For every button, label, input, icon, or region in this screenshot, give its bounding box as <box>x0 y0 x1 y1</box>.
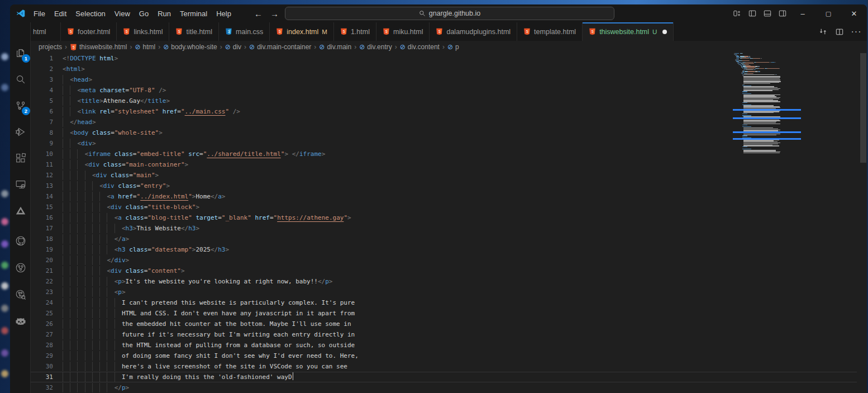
breadcrumb-label: div.content <box>408 43 440 51</box>
code-line-8[interactable]: 8 <body class="whole-site"> <box>31 127 857 138</box>
indent-guide <box>92 372 93 382</box>
code-line-5[interactable]: 5 <title>Athene.Gay</title> <box>31 96 857 106</box>
code-line-13[interactable]: 13 <div class="entry"> <box>31 181 857 191</box>
code-line-14[interactable]: 14 <a href="../index.html">Home</a> <box>31 191 857 202</box>
indent-guide <box>92 213 93 222</box>
toggle-primary-sidebar-icon[interactable] <box>745 4 760 22</box>
menu-terminal[interactable]: Terminal <box>175 7 212 20</box>
code-line-6[interactable]: 6 <link rel="stylesheet" href="../main.c… <box>31 106 857 117</box>
breadcrumb-separator: › <box>130 43 132 51</box>
breadcrumb-item-div-entry[interactable]: ⊘div.entry <box>359 43 392 51</box>
breadcrumb-item-div[interactable]: ⊘div <box>225 43 241 51</box>
close-button[interactable]: ✕ <box>841 4 867 22</box>
activity-git-graph-icon[interactable] <box>13 261 28 275</box>
breadcrumb-item-div-main-container[interactable]: ⊘div.main-container <box>249 43 311 51</box>
indent-guide <box>92 298 93 307</box>
tab-footer-html[interactable]: 5footer.html <box>61 22 117 41</box>
indent-guide <box>92 266 93 276</box>
menu-view[interactable]: View <box>110 7 135 20</box>
code-line-17[interactable]: 17 <h3>This Website</h3> <box>31 223 857 234</box>
command-center-search[interactable]: gnargle.github.io <box>285 7 614 20</box>
code-line-31[interactable]: 31 I'm really doing this the 'old-fashio… <box>31 372 857 382</box>
tab-main-css[interactable]: 3main.css <box>219 22 270 41</box>
code-line-16[interactable]: 16 <a class="blog-title" target="_blank"… <box>31 212 857 223</box>
code-line-2[interactable]: 2<html> <box>31 64 857 74</box>
code-line-30[interactable]: 30 here's a live screenshot of the site … <box>31 361 857 372</box>
code-line-22[interactable]: 22 <p>It's the website you're looking at… <box>31 276 857 287</box>
activity-run-debug-icon[interactable] <box>13 125 28 139</box>
code-line-20[interactable]: 20 </div> <box>31 255 857 266</box>
code-line-27[interactable]: 27 future if it's necessary but I'm writ… <box>31 329 857 340</box>
menu-go[interactable]: Go <box>135 7 153 20</box>
indent-guide <box>77 372 78 382</box>
breadcrumb-item-thiswebsite-html[interactable]: 5thiswebsite.html <box>70 43 127 51</box>
indent-guide <box>99 224 100 233</box>
activity-triangle-extension-icon[interactable] <box>13 203 28 218</box>
code-line-3[interactable]: 3 <head> <box>31 74 857 85</box>
code-text[interactable]: I'm really doing this the 'old-fashioned… <box>53 372 857 382</box>
code-line-23[interactable]: 23 <p> <box>31 287 857 297</box>
menu-run[interactable]: Run <box>153 7 175 20</box>
code-line-1[interactable]: 1<!DOCTYPE html> <box>31 53 857 64</box>
tab-index-html[interactable]: 5index.htmlM <box>270 22 334 41</box>
scrollbar-thumb[interactable] <box>860 53 866 163</box>
code-line-9[interactable]: 9 <div> <box>31 138 857 149</box>
toggle-panel-icon[interactable] <box>760 4 775 22</box>
tab-miku-html[interactable]: 5miku.html <box>376 22 430 41</box>
more-actions-icon[interactable]: ··· <box>850 26 862 38</box>
code-editor[interactable]: 1<!DOCTYPE html>2<html>3 <head>4 <meta c… <box>31 53 857 393</box>
activity-explorer-icon[interactable]: 1 <box>13 46 28 60</box>
activity-remote-explorer-icon[interactable] <box>13 177 28 192</box>
breadcrumb-item-p[interactable]: ⊘p <box>447 43 459 51</box>
unsaved-dot-icon[interactable] <box>662 30 667 34</box>
code-line-29[interactable]: 29 of doing some fancy shit I don't see … <box>31 351 857 361</box>
tab-dalamudplugins-html[interactable]: 5dalamudplugins.html <box>430 22 517 41</box>
tab-links-html[interactable]: 5links.html <box>117 22 169 41</box>
code-line-10[interactable]: 10 <iframe class="embed-title" src="../s… <box>31 149 857 159</box>
menu-edit[interactable]: Edit <box>50 7 71 20</box>
minimap[interactable] <box>734 53 797 366</box>
breadcrumb-item-projects[interactable]: projects <box>39 43 62 51</box>
menu-file[interactable]: File <box>29 7 50 20</box>
nav-back-button[interactable]: ← <box>254 9 263 18</box>
code-line-12[interactable]: 12 <div class="main"> <box>31 170 857 181</box>
breadcrumb-item-div-main[interactable]: ⊘div.main <box>319 43 351 51</box>
code-line-21[interactable]: 21 <div class="content"> <box>31 266 857 276</box>
minimize-button[interactable]: – <box>790 4 815 22</box>
tab-title-html[interactable]: 5title.html <box>169 22 219 41</box>
code-line-11[interactable]: 11 <div class="main-container"> <box>31 159 857 170</box>
activity-source-control-icon[interactable]: 2 <box>13 98 28 113</box>
open-changes-icon[interactable] <box>817 26 829 38</box>
code-line-28[interactable]: 28 the HTML instead of pulling from a da… <box>31 340 857 351</box>
code-line-24[interactable]: 24 I can't pretend this website is parti… <box>31 297 857 308</box>
code-line-4[interactable]: 4 <meta charset="UTF-8" /> <box>31 85 857 96</box>
menu-selection[interactable]: Selection <box>71 7 109 20</box>
tab-template-html[interactable]: 5template.html <box>517 22 583 41</box>
code-line-18[interactable]: 18 </a> <box>31 234 857 244</box>
vertical-scrollbar[interactable] <box>860 53 867 393</box>
code-text[interactable]: </p> <box>53 383 857 392</box>
code-line-25[interactable]: 25 HTML and CSS. I don't even have any j… <box>31 308 857 319</box>
toggle-secondary-sidebar-icon[interactable] <box>775 4 790 22</box>
breadcrumb-item-div-content[interactable]: ⊘div.content <box>400 43 440 51</box>
activity-godot-tools-icon[interactable] <box>13 314 28 329</box>
tab-thiswebsite-html[interactable]: 5thiswebsite.htmlU <box>583 22 674 41</box>
customize-layout-icon[interactable] <box>729 4 745 22</box>
activity-github-icon[interactable] <box>13 234 28 248</box>
menu-help[interactable]: Help <box>212 7 236 20</box>
breadcrumb-item-html[interactable]: ⊘html <box>135 43 155 51</box>
activity-search-icon[interactable] <box>13 72 28 87</box>
tab-1-html[interactable]: 51.html <box>334 22 376 41</box>
maximize-button[interactable]: ▢ <box>815 4 841 22</box>
activity-git-graph-search-icon[interactable] <box>13 287 28 302</box>
tab-html[interactable]: html <box>31 22 61 41</box>
breadcrumb-item-body-whole-site[interactable]: ⊘body.whole-site <box>163 43 217 51</box>
split-editor-icon[interactable] <box>833 26 846 38</box>
nav-forward-button[interactable]: → <box>270 9 279 18</box>
activity-extensions-icon[interactable] <box>13 151 28 165</box>
code-line-19[interactable]: 19 <h3 class="datestamp">2025</h3> <box>31 244 857 255</box>
breadcrumb-label: div.main <box>327 43 351 51</box>
code-line-32[interactable]: 32 </p> <box>31 382 857 393</box>
code-line-15[interactable]: 15 <div class="title-block"> <box>31 202 857 212</box>
code-line-26[interactable]: 26 the embedded hit counter at the botto… <box>31 319 857 329</box>
